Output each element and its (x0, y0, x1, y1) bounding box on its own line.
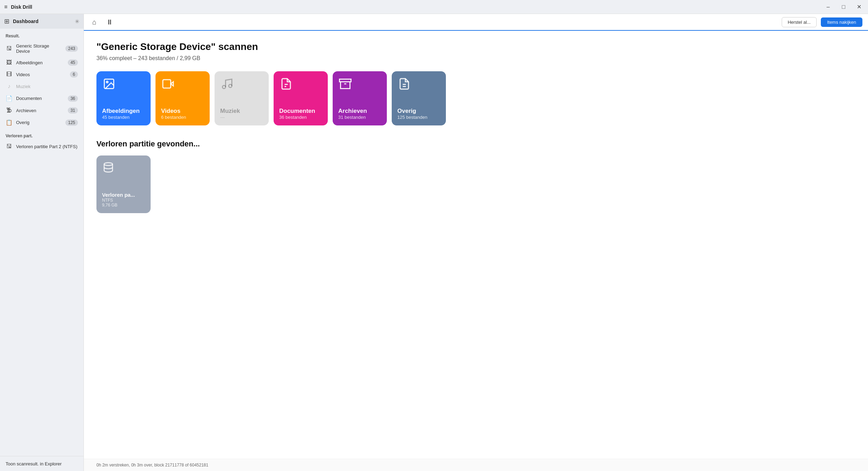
sidebar-item-badge: 125 (65, 119, 78, 126)
music-icon: ♪ (6, 83, 13, 89)
archieven-card-icon (339, 78, 352, 93)
document-icon: 📄 (6, 95, 13, 102)
category-cards: Afbeeldingen 45 bestanden Videos 6 besta… (96, 71, 855, 125)
category-card-videos[interactable]: Videos 6 bestanden (155, 71, 210, 125)
lost-partition-card[interactable]: Verloren pa... NTFS 9,76 GB (96, 155, 151, 213)
toolbar: ⌂ ⏸ Herstel al... Items nakijken (84, 14, 868, 31)
sidebar-item-videos[interactable]: 🎞 Videos 6 (0, 68, 84, 80)
card-count: 45 bestanden (102, 115, 130, 120)
sidebar-item-archieven[interactable]: 🗜 Archieven 31 (0, 104, 84, 116)
images-card-icon (103, 78, 115, 93)
minimize-button[interactable]: – (823, 2, 833, 12)
sidebar-item-label: Generic Storage Device (16, 43, 62, 54)
card-count: — (220, 115, 225, 120)
close-button[interactable]: ✕ (854, 2, 864, 12)
sidebar-footer[interactable]: Toon scanresult. in Explorer (0, 456, 84, 471)
svg-point-12 (104, 163, 113, 166)
svg-rect-2 (163, 80, 171, 88)
sidebar-item-label: Documenten (16, 96, 64, 101)
muziek-card-icon (221, 78, 233, 93)
sidebar-item-label: Overig (16, 120, 62, 125)
category-card-overig[interactable]: Overig 125 bestanden (392, 71, 446, 125)
sidebar-dashboard[interactable]: ⊞ Dashboard ✳ (0, 14, 84, 29)
sidebar-item-badge: 6 (70, 71, 78, 78)
sidebar-item-overig[interactable]: 📋 Overig 125 (0, 116, 84, 129)
sidebar-item-verloren-partitie[interactable]: 🖫 Verloren partitie Part 2 (NTFS) (0, 140, 84, 152)
category-card-documenten[interactable]: Documenten 36 bestanden (274, 71, 328, 125)
sidebar-item-badge: 36 (68, 95, 78, 102)
sidebar-item-badge: 31 (68, 107, 78, 114)
sidebar-item-badge: 243 (65, 45, 78, 52)
sidebar-item-afbeeldingen[interactable]: 🖼 Afbeeldingen 45 (0, 57, 84, 68)
status-bar: 0h 2m verstreken, 0h 3m over, block 2171… (84, 459, 868, 471)
card-name: Afbeeldingen (102, 108, 140, 115)
scan-title: "Generic Storage Device" scannen (96, 41, 855, 52)
app-layout: ⊞ Dashboard ✳ Result. 🖫 Generic Storage … (0, 14, 868, 471)
herstel-button[interactable]: Herstel al... (782, 17, 817, 27)
other-icon: 📋 (6, 119, 13, 126)
sidebar: ⊞ Dashboard ✳ Result. 🖫 Generic Storage … (0, 14, 84, 471)
category-card-muziek: Muziek — (215, 71, 269, 125)
dashboard-grid-icon: ⊞ (4, 17, 9, 25)
sidebar-item-label: Videos (16, 72, 66, 77)
home-button[interactable]: ⌂ (89, 17, 99, 28)
lost-card-type: NTFS (102, 198, 113, 203)
sidebar-item-label: Archieven (16, 108, 64, 113)
sidebar-item-documenten[interactable]: 📄 Documenten 36 (0, 92, 84, 104)
dashboard-label: Dashboard (13, 19, 71, 24)
card-name: Overig (397, 108, 416, 115)
titlebar: ≡ Disk Drill – □ ✕ (0, 0, 868, 14)
pause-button[interactable]: ⏸ (103, 17, 116, 28)
documenten-card-icon (280, 78, 292, 93)
card-count: 36 bestanden (279, 115, 307, 120)
svg-point-4 (223, 86, 226, 89)
main-content: ⌂ ⏸ Herstel al... Items nakijken "Generi… (84, 14, 868, 471)
status-text: 0h 2m verstreken, 0h 3m over, block 2171… (96, 463, 208, 468)
sidebar-item-badge: 45 (68, 59, 78, 66)
lost-partition-drive-icon (103, 162, 114, 175)
app-title: Disk Drill (11, 4, 32, 10)
category-card-archieven[interactable]: Archieven 31 bestanden (333, 71, 387, 125)
sidebar-item-label: Verloren partitie Part 2 (NTFS) (16, 144, 78, 149)
footer-label: Toon scanresult. in Explorer (6, 461, 62, 466)
category-card-afbeeldingen[interactable]: Afbeeldingen 45 bestanden (96, 71, 151, 125)
lost-card-size: 9,76 GB (102, 203, 117, 208)
card-name: Videos (161, 108, 180, 115)
svg-rect-8 (340, 79, 351, 82)
video-icon: 🎞 (6, 71, 13, 78)
partition-icon: 🖫 (6, 143, 13, 150)
verloren-section-label: Verloren part. (0, 129, 84, 140)
card-name: Documenten (279, 108, 315, 115)
overig-card-icon (398, 78, 411, 93)
maximize-button[interactable]: □ (839, 2, 848, 12)
card-name: Muziek (220, 108, 240, 115)
sidebar-item-generic-storage[interactable]: 🖫 Generic Storage Device 243 (0, 41, 84, 57)
scan-subtitle: 36% compleet – 243 bestanden / 2,99 GB (96, 55, 855, 61)
sidebar-item-label: Afbeeldingen (16, 60, 64, 65)
drive-icon: 🖫 (6, 45, 13, 52)
card-count: 6 bestanden (161, 115, 186, 120)
window-controls: – □ ✕ (823, 2, 864, 12)
svg-point-1 (107, 81, 108, 83)
scan-area: "Generic Storage Device" scannen 36% com… (84, 31, 868, 459)
items-nakijken-button[interactable]: Items nakijken (821, 17, 862, 27)
loading-spinner-icon: ✳ (75, 18, 79, 25)
image-icon: 🖼 (6, 59, 13, 66)
card-count: 31 bestanden (338, 115, 366, 120)
lost-card-name: Verloren pa... (102, 192, 135, 198)
card-name: Archieven (338, 108, 367, 115)
sidebar-item-label: Muziek (16, 84, 78, 89)
result-section-label: Result. (0, 29, 84, 41)
videos-card-icon (162, 78, 174, 93)
lost-partition-title: Verloren partitie gevonden... (96, 139, 855, 148)
sidebar-item-muziek[interactable]: ♪ Muziek (0, 80, 84, 92)
archive-icon: 🗜 (6, 107, 13, 114)
svg-point-5 (229, 85, 232, 88)
menu-icon[interactable]: ≡ (4, 4, 7, 10)
card-count: 125 bestanden (397, 115, 427, 120)
